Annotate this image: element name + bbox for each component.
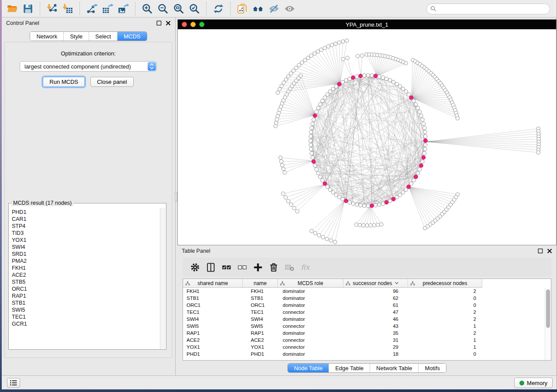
network-node[interactable] [356,54,360,58]
network-node[interactable] [348,201,351,204]
network-node[interactable] [331,87,335,90]
refresh-view-button[interactable] [211,1,226,16]
network-node[interactable] [292,206,296,210]
mcds-node[interactable] [374,74,377,78]
network-node[interactable] [309,143,312,147]
network-node[interactable] [388,79,392,82]
network-node[interactable] [416,172,419,175]
table-row[interactable]: FKH1FKH1dominator962 [183,288,545,295]
network-node[interactable] [418,110,421,113]
network-node[interactable] [315,110,318,113]
network-node[interactable] [278,87,281,91]
network-node[interactable] [370,74,374,77]
network-node[interactable] [424,134,427,138]
window-minimize-button[interactable] [190,22,196,27]
tab-network-table[interactable]: Network Table [370,364,418,372]
network-node[interactable] [289,203,293,206]
network-node[interactable] [369,224,372,227]
float-panel-icon[interactable] [156,21,162,26]
network-node[interactable] [404,90,408,93]
network-node[interactable] [418,168,421,171]
network-node[interactable] [275,117,279,121]
network-node[interactable] [354,223,358,226]
mcds-node[interactable] [370,204,374,208]
mcds-result-item[interactable]: TID3 [12,230,160,237]
mcds-node[interactable] [344,199,348,203]
mcds-node[interactable] [409,96,413,100]
network-node[interactable] [321,179,324,182]
tab-node-table[interactable]: Node Table [288,364,329,372]
export-network-button[interactable] [84,1,100,16]
network-node[interactable] [404,62,408,65]
mcds-result-item[interactable]: STB1 [12,299,160,306]
network-node[interactable] [329,90,332,93]
network-node[interactable] [311,122,314,125]
network-node[interactable] [295,210,299,213]
save-session-button[interactable] [20,1,36,16]
network-node[interactable] [299,74,302,77]
mcds-result-item[interactable]: YOX1 [12,237,160,244]
network-node[interactable] [309,130,313,134]
mcds-node[interactable] [414,175,418,179]
mcds-node[interactable] [313,114,317,118]
network-node[interactable] [363,204,366,207]
network-node[interactable] [331,191,335,194]
network-node[interactable] [395,195,398,199]
network-node[interactable] [338,41,341,44]
network-node[interactable] [401,191,405,194]
window-close-button[interactable] [182,22,187,27]
mcds-node[interactable] [419,164,423,168]
network-node[interactable] [282,81,285,84]
tab-mcds[interactable]: MCDS [117,32,146,41]
mcds-result-item[interactable]: PHD1 [12,209,160,216]
network-node[interactable] [422,151,426,155]
table-row[interactable]: PHD1PHD1dominator180 [183,351,545,358]
network-node[interactable] [348,77,351,81]
network-node[interactable] [321,99,324,103]
network-node[interactable] [381,76,384,79]
network-node[interactable] [294,66,298,69]
mcds-result-item[interactable]: PMA2 [12,258,160,265]
network-node[interactable] [306,56,310,59]
network-node[interactable] [401,87,405,90]
show-all-button[interactable] [282,1,298,16]
network-node[interactable] [376,223,380,227]
table-row[interactable]: STB1STB1dominator620 [183,295,545,302]
column-layout-button[interactable] [203,259,218,275]
network-node[interactable] [309,54,313,57]
export-table-button[interactable] [100,1,115,16]
table-row[interactable]: SWI4SWI4dominator462 [183,316,545,323]
network-node[interactable] [341,80,344,84]
network-node[interactable] [385,77,388,81]
network-node[interactable] [314,231,317,235]
network-node[interactable] [318,175,322,179]
mcds-result-item[interactable]: GCR1 [12,320,160,327]
network-node[interactable] [297,63,301,67]
mcds-result-item[interactable]: ORC1 [12,285,160,292]
network-node[interactable] [323,96,327,99]
network-node[interactable] [362,224,365,227]
network-node[interactable] [309,148,313,151]
network-node[interactable] [316,106,320,110]
network-node[interactable] [416,106,419,110]
run-mcds-button[interactable]: Run MCDS [43,77,85,87]
network-node[interactable] [325,237,329,241]
deselect-all-rows-button[interactable] [234,259,250,275]
network-node[interactable] [280,160,283,163]
zoom-selected-button[interactable] [187,1,202,16]
network-node[interactable] [372,224,376,227]
network-node[interactable] [412,99,415,103]
table-row[interactable]: ACE2ACE2connector311 [183,337,545,344]
network-node[interactable] [287,75,290,78]
network-node[interactable] [423,227,427,230]
export-image-button[interactable] [115,1,131,16]
network-node[interactable] [366,204,370,208]
mcds-node[interactable] [384,200,388,204]
table-row[interactable]: TEC1TEC1connector472 [183,309,545,316]
mcds-node[interactable] [422,155,426,159]
duplicate-network-button[interactable] [235,1,250,16]
task-history-button[interactable] [7,378,20,388]
close-panel-icon[interactable] [166,21,171,26]
network-node[interactable] [380,223,383,226]
mcds-node[interactable] [312,160,316,164]
